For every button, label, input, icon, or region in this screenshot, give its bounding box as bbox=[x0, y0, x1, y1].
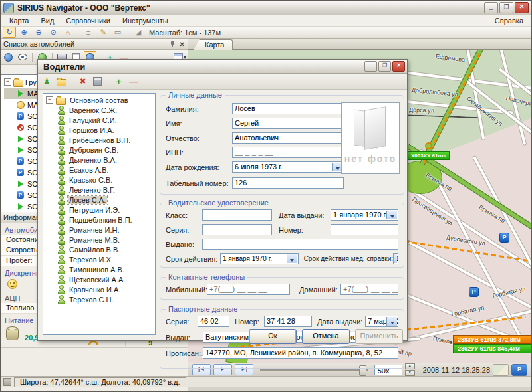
slider-track[interactable] bbox=[260, 369, 368, 371]
rectangle-icon[interactable]: ▭ bbox=[111, 27, 124, 38]
driver-tree-item[interactable]: Самойлов В.В. bbox=[46, 245, 155, 254]
med-valid-combo[interactable]: 1 января 1970 г. bbox=[393, 253, 398, 264]
inn-field[interactable]: __-_-_-_-__ bbox=[232, 147, 344, 158]
menu-tools[interactable]: Инструменты bbox=[116, 16, 174, 25]
mobile-field[interactable]: +7(___)-__-__-__ bbox=[207, 284, 290, 295]
minimap-button[interactable] bbox=[493, 364, 509, 376]
driver-tree-item[interactable]: Романчев И.Н. bbox=[46, 225, 155, 235]
restore-button[interactable]: ❐ bbox=[499, 2, 513, 13]
eye-icon[interactable] bbox=[16, 51, 29, 63]
chevron-down-icon[interactable] bbox=[287, 254, 297, 263]
collapse-icon[interactable]: − bbox=[46, 96, 53, 104]
lastname-field[interactable]: Лосев bbox=[232, 103, 344, 114]
driver-icon bbox=[57, 106, 65, 114]
ok-button[interactable]: Ок bbox=[249, 329, 297, 344]
driver-tree-item[interactable]: Варенюк С.Ж. bbox=[46, 105, 155, 115]
driver-tree-item[interactable]: Подшеблякин В.П. bbox=[46, 215, 155, 225]
park-status-icon: P bbox=[16, 191, 25, 199]
driver-tree-item[interactable]: Тимошинов А.В. bbox=[46, 264, 155, 274]
menu-help[interactable]: Справка bbox=[489, 16, 529, 25]
driver-tree-item[interactable]: Кравченко И.А. bbox=[46, 284, 155, 294]
panel-close-icon[interactable]: ✕ bbox=[180, 41, 185, 48]
address-field[interactable]: 142770, МО, Ленинский район, п. Коммунар… bbox=[203, 347, 398, 359]
play-status-icon bbox=[16, 202, 25, 211]
edit-icon[interactable]: ✎ bbox=[96, 27, 110, 38]
firstname-field[interactable]: Сергей bbox=[232, 118, 344, 129]
driver-icon bbox=[57, 205, 65, 214]
driver-tree: − Основной состав Варенюк С.Ж.Галуцкий С… bbox=[43, 93, 156, 335]
dialog-close-button[interactable]: ✕ bbox=[392, 61, 405, 72]
apply-button[interactable]: Применить bbox=[355, 329, 403, 344]
pin-icon[interactable] bbox=[170, 41, 176, 47]
close-button[interactable]: ✕ bbox=[515, 2, 529, 13]
home-phone-field[interactable]: +7(___)-__-__-__ bbox=[340, 284, 398, 295]
pan-tool-icon[interactable]: ↻ bbox=[3, 27, 16, 38]
driver-tree-item[interactable]: Грибешенков В.П. bbox=[46, 135, 155, 145]
driver-tree-item[interactable]: Горшков И.А. bbox=[46, 125, 155, 135]
collapse-icon[interactable]: − bbox=[4, 78, 11, 86]
driver-tree-item[interactable]: Дьяченко В.А. bbox=[46, 155, 155, 165]
firstname-label: Имя: bbox=[166, 120, 232, 128]
license-issued-field[interactable] bbox=[202, 239, 398, 250]
driver-tree-item[interactable]: Красько С.В. bbox=[46, 175, 155, 185]
phones-group: Контактные телефоны Мобильный: +7(___)-_… bbox=[160, 277, 404, 300]
driver-tree-item[interactable]: Дубровин С.В. bbox=[46, 145, 155, 155]
dialog-buttons: Ок Отмена Применить bbox=[160, 324, 403, 344]
dialog-maximize-button[interactable]: ❐ bbox=[378, 61, 391, 72]
driver-tree-item[interactable]: Левченко В.Г. bbox=[46, 185, 155, 195]
passport-group-title: Паспортные данные bbox=[166, 305, 240, 313]
mobile-label: Мобильный: bbox=[166, 286, 207, 294]
personal-group-title: Личные данные bbox=[166, 91, 225, 99]
zoom-select-icon[interactable]: ⊙ bbox=[47, 27, 60, 38]
driver-name: Дьяченко В.А. bbox=[68, 156, 118, 164]
license-valid-combo[interactable]: 1 января 1970 г. bbox=[220, 253, 299, 264]
cancel-button[interactable]: Отмена bbox=[302, 329, 350, 344]
driver-tree-item[interactable]: Терехов С.Н. bbox=[46, 294, 155, 304]
park-status-icon: P bbox=[16, 168, 25, 177]
vehicle-marker[interactable] bbox=[425, 142, 432, 149]
driver-tree-item[interactable]: Щетковский А.А. bbox=[46, 274, 155, 284]
vehicle-plate-badge: Х003ХХ 61rus bbox=[408, 151, 450, 160]
birthdate-combo[interactable]: 6 июля 1973 г. bbox=[232, 161, 344, 173]
add-driver-icon[interactable]: ♟ bbox=[41, 76, 53, 88]
folder-icon bbox=[13, 80, 23, 87]
driver-tree-item[interactable]: Романчев М.В. bbox=[46, 235, 155, 245]
parking-marker[interactable]: P bbox=[469, 287, 479, 297]
list-icon[interactable]: ≡ bbox=[82, 27, 95, 38]
license-class-field[interactable] bbox=[202, 209, 272, 221]
ruler-icon[interactable]: ◢ bbox=[132, 27, 145, 38]
minimize-button[interactable]: _ bbox=[484, 2, 498, 13]
license-series-field[interactable] bbox=[202, 224, 272, 235]
chevron-down-icon[interactable] bbox=[386, 211, 397, 219]
globe-track-icon[interactable] bbox=[2, 51, 15, 63]
middlename-field[interactable]: Анатольевич bbox=[232, 132, 344, 144]
tab-map[interactable]: Карта bbox=[194, 39, 233, 50]
license-number-field[interactable] bbox=[331, 224, 398, 235]
driver-name: Самойлов В.В. bbox=[68, 246, 121, 254]
driver-tree-item[interactable]: Терехов И.Х. bbox=[46, 254, 155, 264]
zoom-in-icon[interactable]: ⊕ bbox=[17, 27, 31, 38]
save-icon[interactable] bbox=[91, 76, 104, 88]
menu-view[interactable]: Вид bbox=[35, 16, 60, 25]
delete-icon[interactable]: ✖ bbox=[76, 76, 89, 88]
menu-map[interactable]: Карта bbox=[3, 16, 35, 25]
employee-no-field[interactable]: 126 bbox=[232, 177, 344, 189]
panel-toggle-button[interactable]: P bbox=[511, 364, 527, 376]
zoom-out-icon[interactable]: ⊖ bbox=[32, 27, 45, 38]
driver-tree-item[interactable]: Петрушин И.Э. bbox=[46, 205, 155, 215]
driver-tree-root[interactable]: − Основной состав bbox=[46, 95, 155, 105]
expand-all-icon[interactable]: ＋ bbox=[112, 76, 125, 88]
chevron-down-icon[interactable] bbox=[393, 254, 397, 263]
toolbar-separator bbox=[72, 77, 72, 86]
dialog-minimize-button[interactable]: _ bbox=[364, 61, 377, 72]
parking-marker[interactable]: P bbox=[499, 233, 509, 243]
collapse-all-icon[interactable]: — bbox=[127, 76, 140, 88]
driver-tree-item[interactable]: Лосев С.А. bbox=[46, 195, 155, 205]
driver-tree-item[interactable]: Есаков А.В. bbox=[46, 165, 155, 175]
home-icon[interactable]: ⌂ bbox=[61, 27, 74, 38]
speed-stepper[interactable]: ▲▼ bbox=[405, 363, 415, 376]
driver-tree-item[interactable]: Галуцкий С.И. bbox=[46, 115, 155, 125]
menu-references[interactable]: Справочники bbox=[60, 16, 116, 25]
add-group-icon[interactable] bbox=[55, 76, 68, 88]
license-issue-date-combo[interactable]: 1 января 1970 г. bbox=[331, 209, 398, 221]
